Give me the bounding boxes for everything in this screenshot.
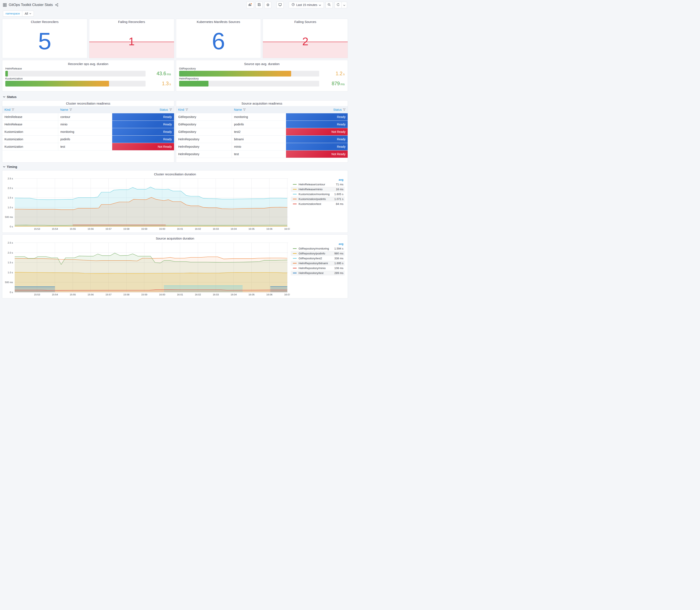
- svg-text:15:53: 15:53: [34, 228, 40, 230]
- time-range-picker[interactable]: Last 15 minutes: [289, 2, 324, 8]
- refresh-interval-button[interactable]: [342, 2, 347, 8]
- gauge-label: Kustomization: [5, 77, 171, 80]
- svg-text:15:58: 15:58: [123, 293, 129, 296]
- gauge-value-unit: ms: [340, 82, 345, 86]
- panel-title[interactable]: Failing Reconcilers: [89, 19, 174, 25]
- legend-item[interactable]: GitRepository/monitoring1.594 s: [291, 246, 345, 251]
- cycle-view-button[interactable]: [276, 2, 284, 8]
- panel-title[interactable]: Reconciler ops avg. duration: [5, 61, 171, 66]
- svg-text:2.0 s: 2.0 s: [7, 187, 13, 189]
- cell-name: minio: [232, 143, 286, 150]
- panel-title[interactable]: Cluster Reconcilers: [2, 19, 87, 25]
- filter-funnel-icon[interactable]: [343, 108, 345, 111]
- column-header-name[interactable]: Name: [58, 106, 112, 113]
- legend-series-avg: 1.605 s: [334, 193, 343, 196]
- gauge-label: HelmRelease: [5, 67, 171, 70]
- legend-item[interactable]: Kustomization/monitoring1.605 s: [291, 192, 345, 197]
- legend-avg-header[interactable]: avg: [291, 242, 345, 246]
- cell-status: Ready: [112, 113, 174, 121]
- legend-item[interactable]: GitRepository/test2338 ms: [291, 256, 345, 261]
- legend-item[interactable]: GitRepository/podinfo980 ms: [291, 251, 345, 256]
- gauge-value-number: 1.2: [336, 71, 343, 76]
- cell-kind: Kustomization: [2, 143, 58, 150]
- section-row-timing[interactable]: Timing: [2, 163, 348, 170]
- svg-text:1.0 s: 1.0 s: [7, 206, 13, 209]
- panel-title[interactable]: Source ops avg. duration: [179, 61, 345, 66]
- panel-title[interactable]: Source acquisition readiness: [176, 100, 348, 106]
- panel-title[interactable]: Source acquisition duration: [4, 236, 346, 241]
- filter-funnel-icon[interactable]: [69, 108, 72, 111]
- table-header-row: KindNameStatus: [2, 106, 174, 113]
- legend-item[interactable]: Kustomization/test84 ms: [291, 202, 345, 206]
- column-header-status[interactable]: Status: [286, 106, 348, 113]
- filter-funnel-icon[interactable]: [185, 108, 188, 111]
- cell-status: Ready: [112, 128, 174, 135]
- cell-status: Ready: [286, 121, 348, 128]
- zoom-out-icon: [327, 3, 331, 7]
- gauge-bar-line: 43.6ms: [5, 71, 171, 77]
- column-header-label: Status: [160, 108, 168, 111]
- legend-item[interactable]: Kustomization/podinfo1.071 s: [291, 197, 345, 202]
- cell-name: monitoring: [58, 128, 112, 135]
- gauge-value-unit: s: [169, 82, 171, 86]
- cell-status: Not Ready: [286, 150, 348, 158]
- clock-icon: [292, 3, 295, 7]
- section-title-status: Status: [7, 95, 17, 99]
- column-header-kind[interactable]: Kind: [176, 106, 232, 113]
- column-header-status[interactable]: Status: [112, 106, 174, 113]
- legend-avg-header[interactable]: avg: [291, 178, 345, 182]
- panel-title[interactable]: Kubernetes Manifests Sources: [176, 19, 261, 25]
- legend-series-avg: 16 ms: [336, 188, 343, 191]
- table-row: GitRepositorymonitoringReady: [176, 113, 348, 121]
- cell-name: minio: [58, 121, 112, 128]
- chart-legend: avgHelmRelease/contour71 msHelmRelease/m…: [290, 177, 346, 231]
- save-dashboard-button[interactable]: [256, 2, 263, 8]
- gauge-fill: [179, 71, 291, 77]
- variable-value-dropdown[interactable]: All: [22, 11, 34, 17]
- legend-series-label: GitRepository/podinfo: [298, 252, 334, 255]
- cell-status: Ready: [286, 113, 348, 121]
- table-panel-1: Source acquisition readinessKindNameStat…: [176, 100, 348, 163]
- column-header-name[interactable]: Name: [232, 106, 286, 113]
- svg-text:15:56: 15:56: [87, 293, 94, 296]
- gauge-row: HelmRepository879ms: [179, 77, 345, 86]
- cell-status: Not Ready: [286, 128, 348, 135]
- svg-text:16:02: 16:02: [195, 293, 201, 296]
- legend-item[interactable]: HelmRelease/contour71 ms: [291, 182, 345, 187]
- cell-status: Ready: [286, 143, 348, 150]
- cell-name: podinfo: [232, 121, 286, 128]
- panel-title[interactable]: Cluster reconciliation readiness: [2, 100, 174, 106]
- legend-item[interactable]: HelmRepository/test289 ms: [291, 271, 345, 275]
- table-row: HelmReleasecontourReady: [2, 113, 174, 121]
- section-row-status[interactable]: Status: [2, 93, 348, 100]
- cell-kind: HelmRelease: [2, 121, 58, 128]
- panel-title[interactable]: Failing Sources: [263, 19, 348, 25]
- column-header-kind[interactable]: Kind: [2, 106, 58, 113]
- chart-body: 0 s500 ms1.0 s1.5 s2.0 s2.5 s15:5315:541…: [4, 241, 346, 296]
- section-title-timing: Timing: [7, 165, 17, 168]
- refresh-button[interactable]: [335, 2, 342, 8]
- svg-text:15:58: 15:58: [123, 228, 129, 230]
- status-badge: Ready: [112, 135, 174, 143]
- column-header-label: Status: [333, 108, 342, 111]
- cell-name: test2: [232, 128, 286, 135]
- plot-area: 0 s500 ms1.0 s1.5 s2.0 s2.5 s15:5315:541…: [4, 241, 290, 296]
- panel-title[interactable]: Cluster reconciliation duration: [4, 171, 346, 177]
- legend-item[interactable]: HelmRelease/minio16 ms: [291, 187, 345, 192]
- legend-item[interactable]: HelmRepository/bitnami1.695 s: [291, 261, 345, 266]
- table-row: HelmRepositoryminioReady: [176, 143, 348, 150]
- legend-item[interactable]: HelmRepository/minio108 ms: [291, 266, 345, 271]
- dashboard-navbar: GitOps Toolkit Cluster Stats: [0, 0, 350, 10]
- legend-series-swatch: [293, 253, 297, 254]
- zoom-out-button[interactable]: [326, 2, 333, 8]
- legend-series-avg: 108 ms: [334, 267, 343, 270]
- filter-funnel-icon[interactable]: [243, 108, 246, 111]
- add-panel-button[interactable]: [246, 2, 254, 8]
- filter-funnel-icon[interactable]: [169, 108, 172, 111]
- stat-value: 6: [212, 29, 225, 53]
- filter-funnel-icon[interactable]: [12, 108, 14, 111]
- svg-text:1.5 s: 1.5 s: [7, 261, 13, 264]
- save-icon: [258, 3, 261, 7]
- share-icon[interactable]: [55, 3, 59, 6]
- dashboard-settings-button[interactable]: ⚙: [264, 2, 271, 8]
